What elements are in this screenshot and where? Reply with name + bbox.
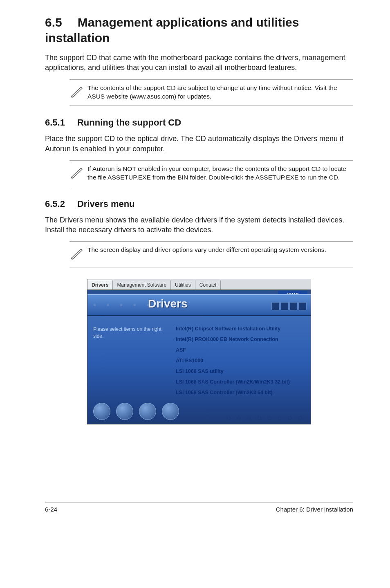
footer-icon[interactable] bbox=[139, 403, 156, 420]
tab-contact[interactable]: Contact bbox=[195, 281, 221, 290]
note-block-2: If Autorun is NOT enabled in your comput… bbox=[69, 160, 353, 187]
footer-icon[interactable] bbox=[116, 403, 133, 420]
subsection-2-title: Drivers menu bbox=[77, 199, 135, 209]
left-instruction-text: Please select items on the right side. bbox=[93, 326, 172, 340]
note-block-1: The contents of the support CD are subje… bbox=[69, 79, 353, 106]
note-text-2: If Autorun is NOT enabled in your comput… bbox=[87, 165, 353, 182]
subsection-2-number: 6.5.2 bbox=[45, 199, 65, 209]
tab-utilities[interactable]: Utilities bbox=[171, 281, 195, 290]
section-heading: 6.5Management applications and utilities… bbox=[45, 15, 353, 45]
bottom-icon-row bbox=[93, 403, 179, 420]
note-text-1: The contents of the support CD are subje… bbox=[87, 84, 353, 101]
note-icon bbox=[69, 246, 87, 262]
driver-link[interactable]: ASF bbox=[176, 345, 306, 355]
control-icon[interactable] bbox=[289, 302, 298, 310]
sub2-body: The Drivers menu shows the available dev… bbox=[45, 215, 353, 235]
footer-icon[interactable] bbox=[93, 403, 110, 420]
subsection-2-heading: 6.5.2Drivers menu bbox=[45, 199, 353, 209]
footer-icon[interactable] bbox=[162, 403, 179, 420]
driver-link[interactable]: Intel(R) PRO/1000 EB Network Connection bbox=[176, 334, 306, 345]
control-icon[interactable] bbox=[271, 302, 280, 310]
chapter-label: Chapter 6: Driver installation bbox=[276, 506, 353, 513]
control-icon[interactable] bbox=[280, 302, 289, 310]
sub1-body: Place the support CD to the optical driv… bbox=[45, 134, 353, 154]
subsection-1-title: Running the support CD bbox=[77, 117, 181, 128]
tabs-row: Drivers Management Software Utilities Co… bbox=[87, 279, 311, 290]
window-control-icons bbox=[271, 302, 307, 310]
driver-link-list: Intel(R) Chipset Software Installation U… bbox=[176, 323, 306, 398]
drivers-app-window: Drivers Management Software Utilities Co… bbox=[87, 279, 311, 424]
intro-paragraph: The support CD that came with the mother… bbox=[45, 53, 353, 73]
tab-drivers[interactable]: Drivers bbox=[87, 280, 113, 290]
decorative-footer-dots: ○ ○ ○ ○ ○ ○ ○ ○ bbox=[227, 414, 303, 421]
panel-title: Drivers bbox=[148, 297, 188, 310]
driver-link[interactable]: ATI ES1000 bbox=[176, 355, 306, 366]
driver-link[interactable]: LSI 1068 SAS Controller (Win2K3 64 bit) bbox=[176, 387, 306, 398]
section-number: 6.5 bbox=[45, 15, 62, 30]
subsection-1-heading: 6.5.1Running the support CD bbox=[45, 117, 353, 128]
driver-link[interactable]: LSI 1068 SAS utility bbox=[176, 366, 306, 377]
note-text-3: The screen display and driver options va… bbox=[87, 246, 326, 254]
control-icon[interactable] bbox=[298, 302, 307, 310]
page-footer: 6-24 Chapter 6: Driver installation bbox=[45, 502, 353, 523]
driver-link[interactable]: Intel(R) Chipset Software Installation U… bbox=[176, 323, 306, 334]
subsection-1-number: 6.5.1 bbox=[45, 117, 65, 128]
page-number: 6-24 bbox=[45, 506, 57, 513]
note-icon bbox=[69, 165, 87, 181]
section-title-text: Management applications and utilities in… bbox=[45, 16, 299, 45]
app-body: /SUS • • • • • • Drivers Please select i… bbox=[87, 290, 311, 424]
driver-link[interactable]: LSI 1068 SAS Controller (Win2K/Win2K3 32… bbox=[176, 377, 306, 387]
note-icon bbox=[69, 84, 87, 100]
tab-management-software[interactable]: Management Software bbox=[113, 281, 171, 290]
note-block-3: The screen display and driver options va… bbox=[69, 241, 353, 267]
